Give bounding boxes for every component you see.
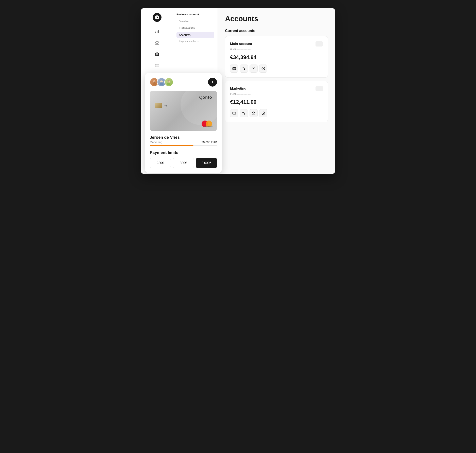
logo-icon: ✕ [155,15,159,20]
bank-card: Qonto ))) mastercard [150,91,217,131]
card-owner-name: Jeroen de Vries [150,135,217,140]
person3-face-icon [166,79,172,85]
payment-limits-title: Payment limits [150,150,217,155]
sidebar-item-analytics[interactable] [153,28,161,35]
card-action-icon [232,67,236,70]
limit-btn-500[interactable]: 500€ [173,158,194,168]
inbox-icon [155,41,159,45]
action-close-main[interactable] [259,64,267,73]
current-accounts-title: Current accounts [225,29,328,33]
svg-point-23 [161,81,161,82]
sidebar-item-inbox[interactable] [153,39,161,47]
svg-text:✕: ✕ [156,16,158,19]
close-action-icon [261,67,265,70]
svg-rect-3 [158,30,159,33]
limit-btn-250[interactable]: 250€ [150,158,171,168]
limit-progress-bar [150,145,217,146]
limit-progress-fill [150,145,194,146]
logo[interactable]: ✕ [153,13,161,22]
iban-main: IBAN ---- ---- ---- ---- [230,48,323,51]
contactless-icon: ))) [164,104,167,107]
limit-buttons: 250€ 500€ 2.000€ [150,158,217,168]
nav-label-overview: Overview [176,19,214,24]
action-card-main[interactable] [230,64,238,73]
svg-rect-5 [155,64,159,67]
qonto-card-logo: Qonto [199,95,212,100]
account-card-header-marketing: Marketing ··· [230,86,323,91]
action-card-marketing[interactable] [230,109,238,117]
page-title: Accounts [225,14,328,23]
nav-item-transactions[interactable]: Transactions [176,24,214,31]
app-container: ✕ Business account [141,8,335,174]
svg-point-21 [153,83,156,85]
chip-icon [155,103,162,108]
action-close-marketing[interactable] [259,109,267,117]
nav-section-title: Business account [176,13,214,16]
sidebar-item-accounts[interactable] [153,50,161,58]
card-limit-amount: 20.000 EUR [202,141,217,144]
transfer-icon-2 [242,111,246,115]
account-actions-marketing [230,109,323,117]
receive-icon [252,67,255,70]
card-icon [155,63,159,68]
nav-item-accounts[interactable]: Accounts [176,32,214,38]
action-receive-main[interactable] [250,64,258,73]
svg-point-29 [167,83,170,85]
plus-icon: + [211,79,214,85]
transfer-icon [242,67,246,70]
card-department: Marketing [150,141,162,144]
card-action-icon-2 [232,111,236,115]
svg-rect-1 [155,32,156,33]
main-content: Accounts Current accounts Main account ·… [218,8,335,174]
svg-point-27 [168,81,169,82]
limit-btn-2000[interactable]: 2.000€ [196,158,217,168]
svg-point-18 [154,81,154,82]
balance-main: €34,394.94 [230,54,323,60]
account-name-main: Main account [230,42,252,46]
avatar-group [150,78,173,86]
nav-label-payment-methods: Payment methods [176,39,214,43]
iban-marketing: IBAN ---- ---- ---- ---- [230,93,323,96]
balance-marketing: €12,411.00 [230,99,323,105]
svg-point-25 [160,83,163,85]
add-person-button[interactable]: + [208,78,217,86]
receive-icon-2 [252,111,255,115]
sidebar-item-cards[interactable] [153,62,161,69]
account-card-main: Main account ··· IBAN ---- ---- ---- ---… [225,36,328,78]
bank-icon [155,52,159,57]
bar-chart-icon [155,29,159,34]
svg-rect-12 [233,112,236,114]
more-button-main[interactable]: ··· [316,41,323,47]
action-transfer-marketing[interactable] [240,109,248,117]
close-action-icon-2 [261,111,265,115]
account-actions-main [230,64,323,73]
card-meta: Marketing 20.000 EUR [150,141,217,144]
action-transfer-main[interactable] [240,64,248,73]
svg-point-28 [169,81,169,82]
svg-rect-4 [156,55,158,56]
mastercard-label: mastercard [204,125,213,127]
svg-point-19 [154,81,155,82]
more-button-marketing[interactable]: ··· [316,86,323,91]
account-name-marketing: Marketing [230,86,246,91]
card-chip-area: ))) [155,103,212,108]
action-receive-marketing[interactable] [250,109,258,117]
svg-rect-2 [157,30,158,33]
card-panel-header: + [150,78,217,86]
svg-rect-7 [233,68,236,70]
svg-point-24 [162,81,162,82]
avatar-3[interactable] [164,78,173,86]
person2-face-icon [159,79,165,85]
account-card-header-main: Main account ··· [230,41,323,47]
account-card-marketing: Marketing ··· IBAN ---- ---- ---- ---- €… [225,81,328,122]
card-panel: + Qonto ))) mastercard Jeroen de Vries M… [145,73,222,173]
person1-face-icon [151,79,157,85]
